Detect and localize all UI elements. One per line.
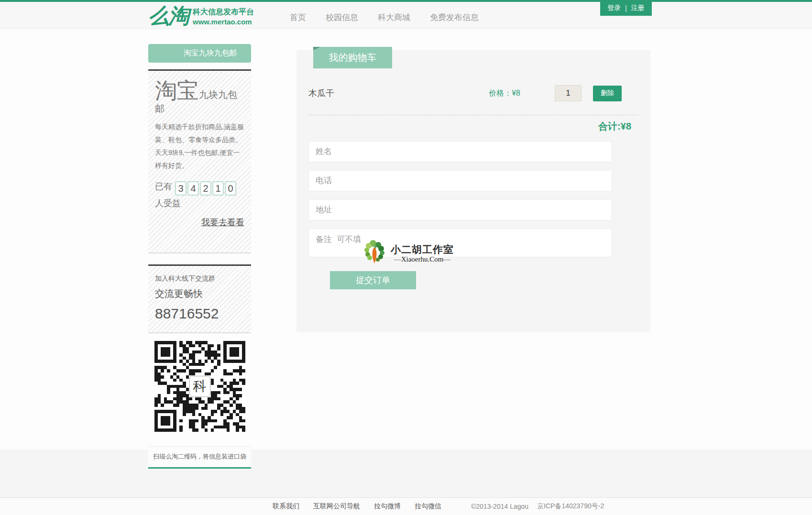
- site-logo[interactable]: 么淘 科大信息发布平台 www.mertao.com: [148, 5, 254, 27]
- sidebar: 淘宝九块九包邮 淘宝九块九包邮 每天精选千款折扣商品,涵盖服装、鞋包、零食等众多…: [148, 44, 251, 469]
- promo-description: 每天精选千款折扣商品,涵盖服装、鞋包、零食等众多品类。天天9块9,一件也包邮,便…: [155, 121, 244, 172]
- nav-item-free-post[interactable]: 免费发布信息: [430, 12, 479, 23]
- phone-field[interactable]: [308, 170, 612, 191]
- group-line1: 加入科大线下交流群: [155, 274, 244, 283]
- counter-digit: 4: [187, 181, 199, 196]
- submit-order-button[interactable]: 提交订单: [330, 271, 416, 289]
- price-value: ¥8: [512, 89, 520, 97]
- logo-wordmark: 么淘: [148, 5, 188, 27]
- promo-panel: 淘宝九块九包邮 每天精选千款折扣商品,涵盖服装、鞋包、零食等众多品类。天天9块9…: [148, 69, 251, 253]
- nav-item-mall[interactable]: 科大商城: [378, 12, 410, 23]
- logo-sub: 科大信息发布平台 www.mertao.com: [193, 5, 254, 26]
- register-link[interactable]: 注册: [631, 4, 645, 12]
- qr-center-logo: 科: [189, 376, 210, 397]
- name-field[interactable]: [308, 141, 612, 162]
- logo-tagline: 科大信息发布平台: [193, 7, 254, 17]
- footer-copyright: ©2013-2014 Lagou 京ICP备14023790号-2: [471, 498, 604, 515]
- nav-item-campus-info[interactable]: 校园信息: [326, 12, 358, 23]
- cart-panel: 我的购物车 木瓜干 价格：¥8 删除 合计:¥8 提交订单: [296, 50, 650, 332]
- login-link[interactable]: 登录: [607, 4, 621, 12]
- logo-url: www.mertao.com: [193, 17, 254, 27]
- main-nav: 首页 校园信息 科大商城 免费发布信息: [290, 4, 479, 31]
- quantity-input[interactable]: [555, 85, 582, 101]
- counter-digit: 2: [200, 181, 211, 196]
- note-field[interactable]: [308, 229, 612, 257]
- beneficiary-counter: 已有 34210 人受益: [155, 179, 244, 211]
- promo-link-row: 我要去看看: [155, 217, 244, 228]
- counter-digit: 3: [175, 181, 187, 196]
- item-name: 木瓜干: [308, 88, 489, 99]
- promo-title-big: 淘宝: [155, 78, 199, 103]
- auth-divider: |: [625, 4, 627, 12]
- footer-link-weibo[interactable]: 拉勾微博: [374, 502, 401, 511]
- counter-digit: 0: [225, 181, 236, 196]
- taobao-promo-button[interactable]: 淘宝九块九包邮: [148, 44, 251, 63]
- top-accent-bar: [0, 0, 812, 2]
- icp-text: 京ICP备14023790号-2: [537, 502, 604, 511]
- delete-button[interactable]: 删除: [593, 86, 622, 101]
- counter-prefix: 已有: [155, 182, 172, 191]
- qr-caption: 扫描么淘二维码，将信息装进口袋: [148, 446, 251, 469]
- page: 么淘 科大信息发布平台 www.mertao.com 首页 校园信息 科大商城 …: [0, 0, 812, 515]
- cart-title-ribbon: 我的购物车: [313, 47, 392, 68]
- go-see-link[interactable]: 我要去看看: [201, 218, 244, 227]
- footer: 联系我们 互联网公司导航 拉勾微博 拉勾微信 ©2013-2014 Lagou …: [0, 497, 812, 515]
- price-label: 价格：: [489, 89, 512, 97]
- counter-suffix: 人受益: [155, 198, 181, 208]
- item-price: 价格：¥8: [489, 88, 520, 99]
- footer-links: 联系我们 互联网公司导航 拉勾微博 拉勾微信: [273, 498, 441, 515]
- footer-link-nav[interactable]: 互联网公司导航: [313, 502, 360, 511]
- footer-link-wechat[interactable]: 拉勾微信: [415, 502, 441, 511]
- counter-digit: 1: [212, 181, 224, 196]
- header: 么淘 科大信息发布平台 www.mertao.com 首页 校园信息 科大商城 …: [0, 2, 812, 29]
- qr-code-block: 科: [148, 341, 251, 432]
- cart-total: 合计:¥8: [598, 120, 631, 133]
- copyright-text: ©2013-2014 Lagou: [471, 503, 528, 510]
- group-qq-number: 88716552: [155, 306, 244, 322]
- row-divider: [308, 115, 638, 115]
- auth-box: 登录 | 注册: [600, 0, 652, 16]
- address-field[interactable]: [308, 199, 612, 220]
- group-panel: 加入科大线下交流群 交流更畅快 88716552: [148, 264, 251, 333]
- promo-title: 淘宝九块九包邮: [155, 78, 244, 114]
- group-line2: 交流更畅快: [155, 287, 244, 300]
- nav-item-home[interactable]: 首页: [290, 12, 306, 23]
- order-form: [308, 141, 612, 257]
- cart-item-row: 木瓜干 价格：¥8 删除: [308, 80, 622, 107]
- footer-link-contact[interactable]: 联系我们: [273, 502, 299, 511]
